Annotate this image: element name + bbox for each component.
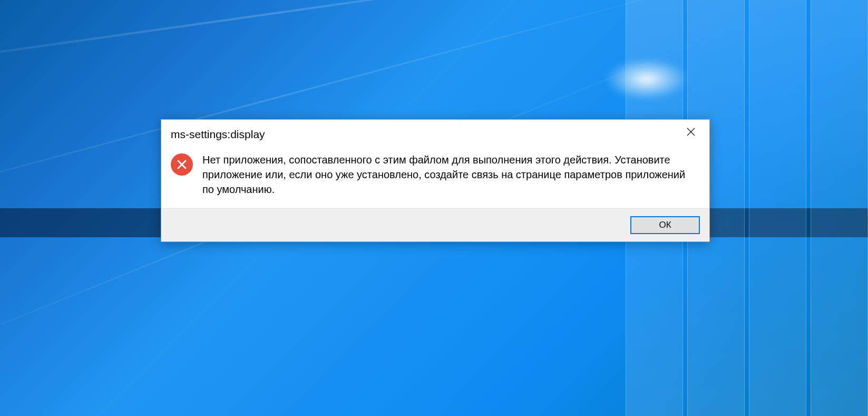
close-button[interactable] [679,124,703,141]
pane [811,0,868,416]
dialog-titlebar[interactable]: ms-settings:display [161,120,709,141]
dialog-body: Нет приложения, сопоставленного с этим ф… [161,141,709,208]
close-icon [687,128,695,138]
pane [749,0,806,416]
light-burst [604,58,689,100]
dialog-title: ms-settings:display [171,125,265,141]
error-icon [171,153,193,176]
dialog-message: Нет приложения, сопоставленного с этим ф… [202,152,697,197]
error-dialog: ms-settings:display Нет приложения, сопо… [161,119,710,242]
error-icon-wrap [171,152,193,197]
ok-button[interactable]: ОК [630,216,700,234]
dialog-footer: ОК [161,208,709,241]
